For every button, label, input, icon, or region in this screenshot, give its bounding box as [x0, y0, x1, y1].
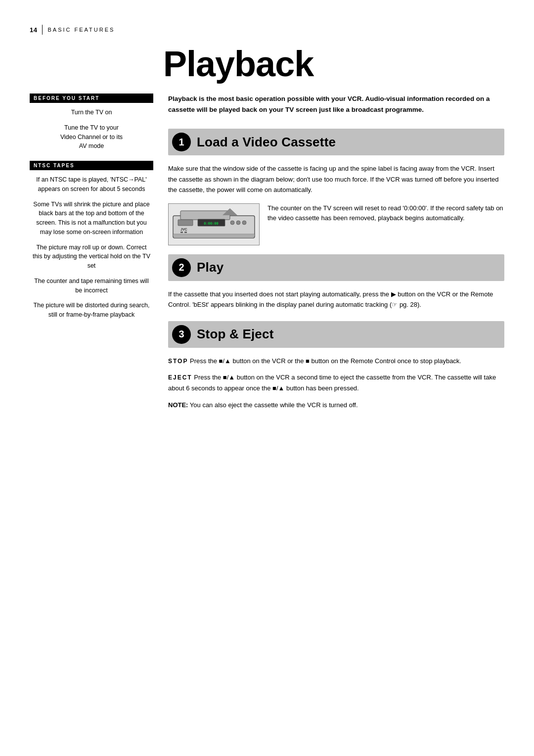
- section-title: BASIC FEATURES: [47, 27, 115, 33]
- svg-text:JVC: JVC: [180, 228, 187, 231]
- svg-rect-12: [184, 232, 187, 233]
- page-title: Playback: [0, 40, 534, 84]
- step1-title: Load a Video Cassette: [197, 135, 336, 150]
- sidebar: BEFORE YOU START Turn the TV on Tune the…: [30, 94, 163, 410]
- content-area: BEFORE YOU START Turn the TV on Tune the…: [0, 94, 534, 410]
- ntsc-item-3: The picture may roll up or down. Correct…: [30, 243, 153, 271]
- page-header: 14 BASIC FEATURES: [0, 25, 534, 35]
- stop-instruction: STOP Press the ■/▲ button on the VCR or …: [168, 356, 504, 367]
- stop-text: Press the ■/▲ button on the VCR or the ■…: [190, 357, 461, 365]
- before-you-start-box: BEFORE YOU START Turn the TV on Tune the…: [30, 94, 153, 151]
- step3-number: 3: [178, 329, 184, 340]
- svg-point-7: [236, 221, 240, 225]
- step2-main-text: If the cassette that you inserted does n…: [168, 289, 504, 310]
- note-label: NOTE:: [168, 401, 188, 409]
- svg-point-6: [230, 221, 234, 225]
- svg-text:0:00:00: 0:00:00: [204, 222, 219, 226]
- ntsc-item-1: If an NTSC tape is played, 'NTSC→PAL' ap…: [30, 175, 153, 194]
- before-you-start-title: BEFORE YOU START: [30, 94, 153, 103]
- eject-text: Press the ■/▲ button on the VCR a second…: [168, 374, 496, 392]
- step3-banner: 3 Stop & Eject: [168, 321, 504, 348]
- step2-number: 2: [178, 262, 184, 273]
- page-number: 14: [30, 26, 37, 34]
- step1-number: 1: [178, 137, 184, 148]
- step2-banner: 2 Play: [168, 254, 504, 281]
- step1-banner: 1 Load a Video Cassette: [168, 129, 504, 155]
- counter-text: The counter on the TV screen will reset …: [267, 203, 504, 224]
- page: 14 BASIC FEATURES Playback BEFORE YOU ST…: [0, 0, 534, 756]
- ntsc-item-2: Some TVs will shrink the picture and pla…: [30, 200, 153, 237]
- step3-title: Stop & Eject: [197, 327, 274, 342]
- ntsc-item-5: The picture will be distorted during sea…: [30, 301, 153, 320]
- svg-rect-3: [178, 220, 193, 226]
- svg-point-8: [242, 221, 246, 225]
- sidebar-item-tune-tv: Tune the TV to yourVideo Channel or to i…: [30, 123, 153, 151]
- note-block: NOTE: You can also eject the cassette wh…: [168, 400, 504, 410]
- ntsc-tapes-box: NTSC TAPES If an NTSC tape is played, 'N…: [30, 161, 153, 320]
- step1-circle: 1: [172, 133, 191, 151]
- header-divider: [42, 25, 43, 35]
- svg-rect-9: [173, 234, 255, 236]
- vcr-image-area: 0:00:00 JVC: [168, 203, 504, 245]
- vcr-svg: 0:00:00 JVC: [168, 203, 260, 245]
- ntsc-tapes-title: NTSC TAPES: [30, 161, 153, 170]
- note-text: You can also eject the cassette while th…: [190, 401, 358, 409]
- vcr-diagram: 0:00:00 JVC: [168, 203, 260, 245]
- step2-title: Play: [197, 260, 223, 275]
- step1-main-text: Make sure that the window side of the ca…: [168, 163, 504, 195]
- sidebar-item-turn-tv: Turn the TV on: [30, 108, 153, 117]
- eject-label: EJECT: [168, 374, 192, 381]
- ntsc-item-4: The counter and tape remaining times wil…: [30, 277, 153, 295]
- eject-instruction: EJECT Press the ■/▲ button on the VCR a …: [168, 372, 504, 393]
- intro-text: Playback is the most basic operation pos…: [168, 94, 504, 115]
- main-content: Playback is the most basic operation pos…: [163, 94, 504, 410]
- stop-label: STOP: [168, 358, 188, 365]
- step2-circle: 2: [172, 258, 191, 277]
- step3-circle: 3: [172, 325, 191, 344]
- svg-rect-11: [180, 232, 183, 233]
